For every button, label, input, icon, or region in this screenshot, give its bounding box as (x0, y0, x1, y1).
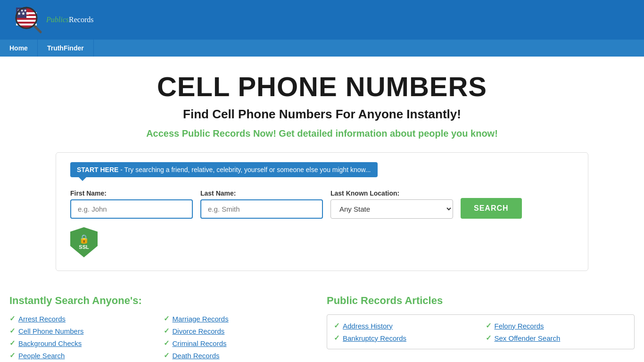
link-item: ✓Divorce Records (164, 327, 308, 335)
link-item: ✓Criminal Records (164, 339, 308, 347)
logo-icon: ★★★ ★★★ (14, 6, 42, 34)
checkmark-icon: ✓ (486, 334, 492, 342)
article-link[interactable]: Sex Offender Search (495, 334, 561, 342)
article-link-item: ✓Felony Records (486, 321, 628, 330)
ssl-badge: 🔒 SSL (70, 227, 574, 257)
location-group: Last Known Location: Any StateAlabamaAla… (330, 189, 453, 219)
tooltip-banner: START HERE - Try searching a friend, rel… (70, 162, 378, 177)
location-label: Last Known Location: (330, 189, 453, 197)
page-subtitle: Find Cell Phone Numbers For Anyone Insta… (9, 107, 635, 122)
article-link[interactable]: Felony Records (495, 322, 544, 330)
logo-publics: Publics (46, 16, 69, 24)
instantly-link[interactable]: People Search (18, 352, 65, 360)
link-item: ✓People Search (9, 351, 154, 360)
lock-icon: 🔒 (79, 234, 89, 245)
link-item: ✓Background Checks (9, 339, 154, 347)
search-container: START HERE - Try searching a friend, rel… (56, 152, 588, 271)
ssl-shield: 🔒 SSL (70, 227, 98, 257)
header: ★★★ ★★★ PublicsRecords (0, 0, 644, 40)
search-form-row: First Name: Last Name: Last Known Locati… (70, 189, 574, 219)
checkmark-icon: ✓ (9, 314, 16, 323)
first-name-label: First Name: (70, 189, 193, 197)
instantly-link[interactable]: Death Records (173, 352, 220, 360)
last-name-input[interactable] (200, 199, 323, 219)
checkmark-icon: ✓ (9, 327, 16, 335)
nav-truthfinder[interactable]: TruthFinder (38, 40, 94, 57)
logo-area: ★★★ ★★★ PublicsRecords (14, 6, 93, 34)
ssl-text: SSL (79, 244, 89, 250)
checkmark-icon: ✓ (164, 314, 170, 323)
logo-text: PublicsRecords (46, 16, 93, 24)
instantly-link[interactable]: Arrest Records (18, 315, 66, 323)
bottom-section: Instantly Search Anyone's: ✓Arrest Recor… (0, 295, 644, 360)
checkmark-icon: ✓ (164, 327, 170, 335)
instantly-link[interactable]: Criminal Records (173, 339, 227, 347)
instantly-search-heading: Instantly Search Anyone's: (9, 295, 308, 307)
page-tagline: Access Public Records Now! Get detailed … (9, 128, 635, 139)
instantly-search-grid: ✓Arrest Records✓Marriage Records✓Cell Ph… (9, 314, 308, 360)
article-link-item: ✓Bankruptcy Records (334, 334, 476, 342)
checkmark-icon: ✓ (9, 339, 16, 347)
checkmark-icon: ✓ (334, 334, 340, 342)
main-content: CELL PHONE NUMBERS Find Cell Phone Numbe… (0, 57, 644, 295)
checkmark-icon: ✓ (164, 351, 170, 360)
link-item: ✓Cell Phone Numbers (9, 327, 154, 335)
tooltip-rest: - Try searching a friend, relative, cele… (118, 166, 371, 173)
first-name-input[interactable] (70, 199, 193, 219)
last-name-label: Last Name: (200, 189, 323, 197)
article-link[interactable]: Address History (343, 322, 393, 330)
page-title: CELL PHONE NUMBERS (9, 71, 635, 102)
articles-grid: ✓Address History✓Felony Records✓Bankrupt… (334, 321, 627, 342)
state-select[interactable]: Any StateAlabamaAlaskaArizonaArkansasCal… (330, 199, 453, 219)
last-name-group: Last Name: (200, 189, 323, 219)
article-link-item: ✓Sex Offender Search (486, 334, 628, 342)
link-item: ✓Arrest Records (9, 314, 154, 323)
article-link[interactable]: Bankruptcy Records (343, 334, 406, 342)
articles-heading: Public Records Articles (327, 295, 635, 307)
checkmark-icon: ✓ (486, 321, 492, 330)
article-link-item: ✓Address History (334, 321, 476, 330)
checkmark-icon: ✓ (334, 321, 340, 330)
checkmark-icon: ✓ (9, 351, 16, 360)
svg-line-9 (34, 25, 41, 32)
nav: Home TruthFinder (0, 40, 644, 57)
first-name-group: First Name: (70, 189, 193, 219)
svg-rect-2 (16, 20, 37, 22)
checkmark-icon: ✓ (164, 339, 170, 347)
right-column: Public Records Articles ✓Address History… (322, 295, 635, 360)
search-button[interactable]: SEARCH (461, 198, 522, 219)
link-item: ✓Death Records (164, 351, 308, 360)
instantly-link[interactable]: Divorce Records (173, 327, 225, 335)
instantly-link[interactable]: Cell Phone Numbers (18, 327, 83, 335)
instantly-link[interactable]: Background Checks (18, 339, 82, 347)
left-column: Instantly Search Anyone's: ✓Arrest Recor… (9, 295, 322, 360)
articles-box: ✓Address History✓Felony Records✓Bankrupt… (327, 314, 635, 349)
logo-records: Records (69, 16, 93, 24)
tooltip-start-label: START HERE (77, 166, 118, 173)
instantly-link[interactable]: Marriage Records (173, 315, 229, 323)
nav-home[interactable]: Home (0, 40, 38, 57)
link-item: ✓Marriage Records (164, 314, 308, 323)
